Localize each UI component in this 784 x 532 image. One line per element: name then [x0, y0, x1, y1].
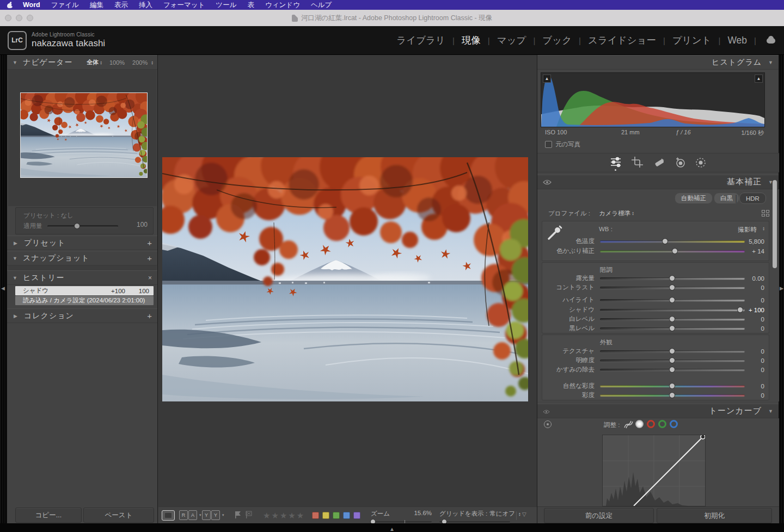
- right-panel-edge[interactable]: ▶: [779, 55, 784, 523]
- menu-file[interactable]: ファイル: [46, 0, 84, 10]
- navigator-header[interactable]: ▼ ナビゲーター 全体 ▴▾ 100% 200% ▴▾: [7, 55, 157, 70]
- wb-stepper-icon[interactable]: ▴▾: [763, 226, 764, 231]
- grid-stepper-icon[interactable]: ▴▾: [519, 512, 520, 516]
- red-channel-curve-icon[interactable]: [647, 420, 655, 428]
- collections-collapse-icon[interactable]: ▶: [14, 313, 17, 319]
- snapshots-add-icon[interactable]: +: [147, 253, 152, 263]
- parametric-curve-icon[interactable]: [622, 419, 634, 432]
- basic-panel-switch-icon[interactable]: [543, 178, 552, 187]
- contrast-slider[interactable]: [600, 287, 745, 289]
- copy-button[interactable]: コピー...: [15, 508, 82, 523]
- history-collapse-icon[interactable]: ▼: [13, 275, 17, 281]
- histogram-collapse-icon[interactable]: ▼: [768, 60, 773, 65]
- navigator-zoom-200-button[interactable]: 200%: [132, 59, 148, 66]
- grid-slider[interactable]: [439, 521, 510, 523]
- masking-tool-icon[interactable]: [694, 157, 707, 171]
- wb-preset-dropdown[interactable]: 撮影時: [738, 226, 757, 234]
- before-after-tb-button[interactable]: Y Y ▾: [202, 510, 224, 520]
- history-item-shadows[interactable]: シャドウ +100 100: [15, 286, 154, 295]
- basic-panel-header[interactable]: 基本補正 ▼: [537, 175, 779, 189]
- expand-filmstrip-icon[interactable]: ▲: [389, 526, 395, 532]
- photo-canvas[interactable]: [162, 157, 528, 401]
- module-library[interactable]: ライブラリ: [396, 34, 445, 47]
- history-header[interactable]: ▼ ヒストリー ×: [7, 270, 157, 285]
- zoom-slider[interactable]: [371, 521, 432, 523]
- module-book[interactable]: ブック: [542, 34, 572, 47]
- snapshots-header[interactable]: ▼ スナップショット +: [7, 251, 157, 265]
- tone-curve-header[interactable]: トーンカーブ ▼: [537, 404, 779, 418]
- cloud-sync-icon[interactable]: [764, 36, 777, 45]
- tone-curve-collapse-icon[interactable]: ▼: [768, 409, 773, 414]
- blue-channel-curve-icon[interactable]: [670, 420, 678, 428]
- point-curve-icon[interactable]: [635, 420, 644, 428]
- preset-amount-slider[interactable]: [47, 225, 118, 227]
- clarity-slider[interactable]: [600, 360, 745, 362]
- presets-header[interactable]: ▶ プリセット +: [7, 236, 157, 250]
- menu-word[interactable]: Word: [17, 0, 46, 10]
- texture-slider[interactable]: [600, 350, 745, 352]
- crop-tool-icon[interactable]: [631, 156, 644, 170]
- tone-curve-switch-icon[interactable]: [543, 407, 550, 416]
- flag-reject-button[interactable]: [244, 510, 253, 521]
- profile-stepper-icon[interactable]: ▴▾: [632, 211, 634, 215]
- histogram-display[interactable]: ▲ ▲: [541, 72, 765, 127]
- navigator-fit-button[interactable]: 全体: [87, 58, 99, 66]
- apple-menu-icon[interactable]: [7, 2, 13, 8]
- color-label-blue[interactable]: [343, 512, 350, 519]
- menu-edit[interactable]: 編集: [84, 0, 109, 10]
- dehaze-slider[interactable]: [600, 369, 745, 371]
- color-label-purple[interactable]: [353, 512, 360, 519]
- highlight-clipping-indicator[interactable]: ▲: [755, 75, 763, 83]
- paste-button[interactable]: ペースト: [83, 508, 154, 523]
- color-label-yellow[interactable]: [322, 512, 329, 519]
- menu-insert[interactable]: 挿入: [133, 0, 158, 10]
- menu-tools[interactable]: ツール: [210, 0, 242, 10]
- snapshots-collapse-icon[interactable]: ▼: [13, 256, 17, 261]
- edit-basic-tool-icon[interactable]: [609, 156, 622, 170]
- green-channel-curve-icon[interactable]: [658, 420, 666, 428]
- tone-curve-graph[interactable]: [602, 435, 706, 506]
- blacks-slider[interactable]: [600, 327, 745, 330]
- module-slideshow[interactable]: スライドショー: [588, 34, 656, 47]
- histogram-header[interactable]: ヒストグラム ▼: [537, 55, 779, 70]
- reset-button[interactable]: 初期化: [657, 508, 772, 523]
- shadows-slider[interactable]: [600, 309, 745, 311]
- loupe-view-button[interactable]: [162, 510, 175, 521]
- menu-format[interactable]: フォーマット: [158, 0, 210, 10]
- hdr-button[interactable]: HDR: [739, 193, 766, 204]
- before-after-dropdown-icon[interactable]: ▾: [222, 513, 224, 517]
- collections-add-icon[interactable]: +: [147, 311, 152, 320]
- tint-slider[interactable]: [600, 250, 745, 252]
- temp-slider[interactable]: [600, 240, 745, 243]
- right-panel-scrollbar[interactable]: [773, 180, 777, 268]
- healing-tool-icon[interactable]: [653, 157, 666, 171]
- shadow-clipping-indicator[interactable]: ▲: [543, 75, 551, 83]
- presets-collapse-icon[interactable]: ▶: [14, 240, 17, 246]
- color-label-red[interactable]: [312, 512, 319, 519]
- redeye-tool-icon[interactable]: [674, 157, 687, 171]
- before-after-dropdown-icon[interactable]: ▾: [199, 513, 201, 517]
- whites-slider[interactable]: [600, 318, 745, 320]
- previous-settings-button[interactable]: 前の設定: [544, 508, 654, 523]
- bottom-panel-edge[interactable]: ▲: [0, 523, 784, 532]
- navigator-thumbnail[interactable]: [20, 92, 148, 178]
- module-web[interactable]: Web: [727, 35, 747, 46]
- grid-value-dropdown[interactable]: 常にオフ: [489, 510, 515, 518]
- navigator-zoom-stepper-icon[interactable]: ▴▾: [151, 60, 153, 65]
- profile-browser-icon[interactable]: [762, 210, 769, 216]
- navigator-fit-stepper-icon[interactable]: ▴▾: [100, 60, 102, 65]
- collapse-left-panel-icon[interactable]: ◀: [1, 286, 5, 291]
- color-label-green[interactable]: [333, 512, 340, 519]
- menu-window[interactable]: ウィンドウ: [260, 0, 305, 10]
- collapse-right-panel-icon[interactable]: ▶: [780, 286, 783, 291]
- before-after-lr-button[interactable]: R A ▾: [179, 510, 201, 520]
- flag-pick-button[interactable]: [234, 510, 242, 521]
- navigator-zoom-100-button[interactable]: 100%: [109, 59, 125, 66]
- left-panel-edge[interactable]: ◀: [0, 55, 7, 523]
- toolbar-chooser-icon[interactable]: ▽: [522, 511, 526, 517]
- menu-table[interactable]: 表: [242, 0, 260, 10]
- vibrance-slider[interactable]: [600, 385, 745, 387]
- history-item-import[interactable]: 読み込み / カメラ設定 (2024/06/23 2:01:00): [15, 296, 154, 305]
- star-rating[interactable]: ★★★★★: [263, 511, 305, 521]
- module-print[interactable]: プリント: [672, 34, 712, 47]
